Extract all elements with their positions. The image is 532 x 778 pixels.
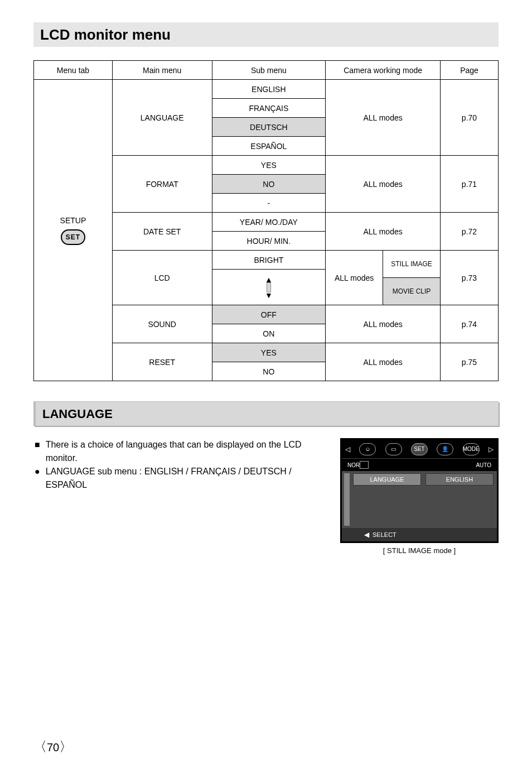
mode-movie: MOVIE CLIP bbox=[383, 278, 440, 305]
sub-menu-cell: NO bbox=[212, 362, 326, 381]
main-menu-dateset: DATE SET bbox=[112, 213, 212, 251]
mode-cell: ALL modes bbox=[326, 305, 441, 343]
footer-left-triangle-icon: ◀ bbox=[364, 531, 369, 539]
th-main-menu: Main menu bbox=[112, 61, 212, 80]
sub-menu-cell: NO bbox=[212, 175, 326, 194]
mode-all: ALL modes bbox=[326, 251, 383, 305]
page-cell: p.72 bbox=[440, 213, 498, 251]
main-menu-language: LANGUAGE bbox=[112, 80, 212, 156]
body-text-2: LANGUAGE sub menu : ENGLISH / FRANÇAIS /… bbox=[46, 465, 329, 492]
sub-menu-lcd-widget: ▲ ▼ bbox=[212, 270, 326, 305]
menu-tab-cell: SETUP SET bbox=[34, 80, 113, 381]
body-text-1: There is a choice of languages that can … bbox=[46, 438, 329, 465]
body-line-1: ■ There is a choice of languages that ca… bbox=[33, 438, 329, 465]
page-number: 〈70〉 bbox=[33, 738, 72, 756]
sub-menu-cell: YES bbox=[212, 343, 326, 362]
lcd-cell-language: LANGUAGE bbox=[353, 473, 421, 486]
lcd-scrollbar bbox=[344, 473, 350, 526]
menu-table: Menu tab Main menu Sub menu Camera worki… bbox=[33, 60, 499, 381]
lcd-cell-english: ENGLISH bbox=[425, 473, 494, 486]
round-bullet-icon: ● bbox=[33, 465, 41, 492]
subbar-auto: AUTO bbox=[476, 462, 491, 468]
left-triangle-icon: ◁ bbox=[345, 445, 350, 453]
lcd-caption: [ STILL IMAGE mode ] bbox=[340, 546, 499, 555]
subbar-nor: NOR bbox=[347, 462, 360, 468]
set-badge-icon: SET bbox=[61, 229, 85, 245]
th-sub-menu: Sub menu bbox=[212, 61, 326, 80]
camera-lcd-preview: ◁ ☺ ▭ SET 👤 MODE ▷ NOR AUTO LANGUAGE ENG… bbox=[340, 438, 499, 543]
sub-menu-cell: ON bbox=[212, 324, 326, 343]
th-page: Page bbox=[440, 61, 498, 80]
th-menu-tab: Menu tab bbox=[34, 61, 113, 80]
page-cell: p.73 bbox=[440, 251, 498, 305]
mode-cell: ALL modes bbox=[326, 343, 441, 381]
sub-menu-cell: HOUR/ MIN. bbox=[212, 232, 326, 251]
sub-menu-cell: ESPAÑOL bbox=[212, 137, 326, 156]
sub-menu-cell: - bbox=[212, 194, 326, 213]
lcd-subbar: NOR AUTO bbox=[342, 459, 497, 471]
sub-menu-cell: BRIGHT bbox=[212, 251, 326, 270]
mode-cell: ALL modes bbox=[326, 213, 441, 251]
set-icon: SET bbox=[411, 443, 428, 455]
sub-menu-cell: ENGLISH bbox=[212, 80, 326, 99]
lcd-body: LANGUAGE ENGLISH bbox=[342, 471, 497, 528]
sub-menu-cell: FRANÇAIS bbox=[212, 99, 326, 118]
sub-menu-cell: YES bbox=[212, 156, 326, 175]
person-icon: 👤 bbox=[437, 443, 453, 455]
mode-icon: MODE bbox=[463, 443, 480, 455]
main-menu-reset: RESET bbox=[112, 343, 212, 381]
sub-menu-cell: YEAR/ MO./DAY bbox=[212, 213, 326, 232]
page-cell: p.74 bbox=[440, 305, 498, 343]
body-line-2: ● LANGUAGE sub menu : ENGLISH / FRANÇAIS… bbox=[33, 465, 329, 492]
doc-icon: ▭ bbox=[385, 443, 402, 455]
section-title-language: LANGUAGE bbox=[33, 401, 499, 426]
table-header-row: Menu tab Main menu Sub menu Camera worki… bbox=[34, 61, 499, 80]
palette-icon: ☺ bbox=[359, 443, 376, 455]
main-menu-format: FORMAT bbox=[112, 156, 212, 213]
main-menu-sound: SOUND bbox=[112, 305, 212, 343]
right-triangle-icon: ▷ bbox=[489, 445, 494, 453]
lcd-topbar: ◁ ☺ ▭ SET 👤 MODE ▷ bbox=[342, 440, 497, 459]
brightness-slider-icon: ▲ ▼ bbox=[265, 277, 273, 298]
mode-cell: ALL modes bbox=[326, 80, 441, 156]
footer-select-label: SELECT bbox=[373, 531, 396, 538]
lcd-preview-wrapper: ◁ ☺ ▭ SET 👤 MODE ▷ NOR AUTO LANGUAGE ENG… bbox=[340, 438, 499, 555]
lcd-footer: ◀ SELECT bbox=[342, 528, 497, 541]
sub-menu-cell: DEUTSCH bbox=[212, 118, 326, 137]
mode-cell: ALL modes bbox=[326, 156, 441, 213]
sub-menu-cell: OFF bbox=[212, 305, 326, 324]
page-cell: p.75 bbox=[440, 343, 498, 381]
chip-icon bbox=[360, 461, 369, 469]
page-title: LCD monitor menu bbox=[33, 22, 499, 47]
square-bullet-icon: ■ bbox=[33, 438, 41, 465]
page-cell: p.71 bbox=[440, 156, 498, 213]
mode-cell-split: ALL modes STILL IMAGE MOVIE CLIP bbox=[326, 251, 441, 305]
mode-still: STILL IMAGE bbox=[383, 251, 440, 278]
main-menu-lcd: LCD bbox=[112, 251, 212, 305]
page-cell: p.70 bbox=[440, 80, 498, 156]
menu-tab-label: SETUP bbox=[60, 216, 86, 225]
th-mode: Camera working mode bbox=[326, 61, 441, 80]
